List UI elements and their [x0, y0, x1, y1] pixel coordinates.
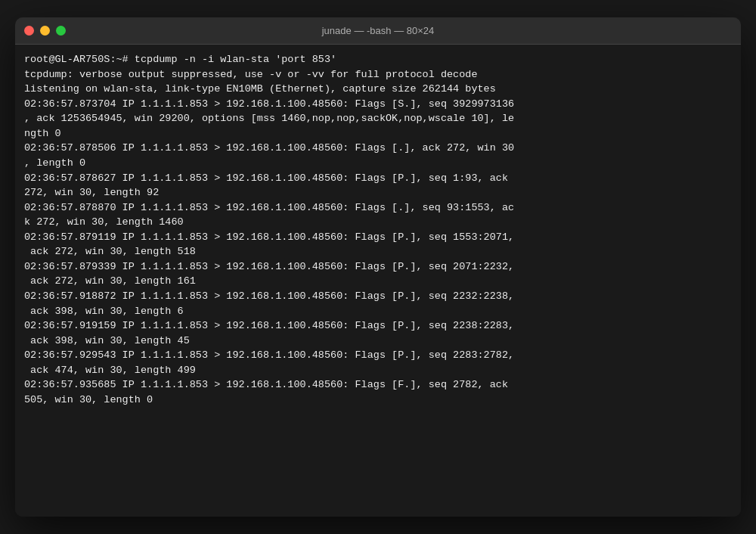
titlebar: junade — -bash — 80×24 [15, 17, 741, 45]
window-title: junade — -bash — 80×24 [322, 25, 435, 36]
terminal-output: root@GL-AR750S:~# tcpdump -n -i wlan-sta… [24, 52, 732, 408]
minimize-button[interactable] [40, 26, 50, 36]
terminal-window: junade — -bash — 80×24 root@GL-AR750S:~#… [15, 17, 741, 517]
traffic-lights [24, 26, 66, 36]
close-button[interactable] [24, 26, 34, 36]
maximize-button[interactable] [56, 26, 66, 36]
terminal-body[interactable]: root@GL-AR750S:~# tcpdump -n -i wlan-sta… [15, 45, 741, 517]
